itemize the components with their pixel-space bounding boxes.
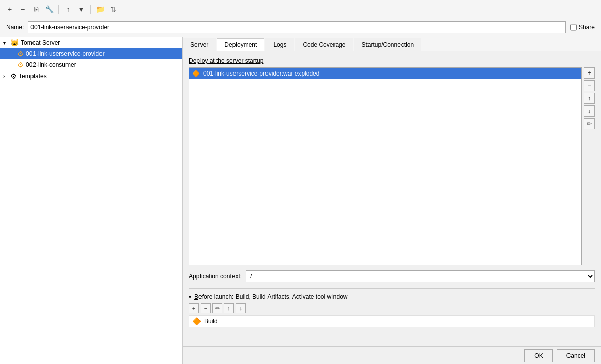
- bl-edit-btn[interactable]: ✏: [212, 303, 222, 313]
- deploy-remove-btn[interactable]: −: [584, 80, 595, 91]
- toolbar-sep-1: [58, 5, 59, 14]
- deploy-label-underline: D: [189, 57, 193, 64]
- deploy-actions: + − ↑ ↓ ✏: [584, 67, 595, 265]
- share-label: Share: [579, 24, 595, 31]
- app-context-row: Application context: /: [189, 270, 595, 282]
- bl-up-btn[interactable]: ↑: [224, 303, 234, 313]
- bl-remove-btn[interactable]: −: [201, 303, 211, 313]
- toolbar-sort-btn[interactable]: ⇅: [108, 4, 119, 15]
- tree-item-tomcat[interactable]: ▾ 🐱 Tomcat Server: [0, 37, 182, 48]
- app-context-label: Application context:: [189, 273, 242, 280]
- cancel-button[interactable]: Cancel: [557, 349, 595, 362]
- bl-build-icon: 🔶: [192, 317, 201, 325]
- deploy-add-btn[interactable]: +: [584, 67, 595, 79]
- toolbar-remove-btn[interactable]: −: [17, 4, 28, 15]
- deploy-container: 🔶 001-link-userservice-provider:war expl…: [189, 67, 595, 265]
- bottom-bar: OK Cancel: [183, 346, 601, 364]
- left-panel: ▾ 🐱 Tomcat Server ⚙ 001-link-userservice…: [0, 37, 183, 364]
- deploy-list-item[interactable]: 🔶 001-link-userservice-provider:war expl…: [189, 68, 581, 79]
- deploy-item-label: 001-link-userservice-provider:war explod…: [203, 70, 319, 77]
- tomcat-arrow-icon: ▾: [3, 40, 8, 46]
- before-launch-arrow-icon: ▾: [189, 294, 191, 300]
- toolbar-sep-2: [90, 5, 91, 14]
- templates-label: Templates: [19, 72, 47, 80]
- bl-add-btn[interactable]: +: [189, 303, 199, 313]
- share-checkbox[interactable]: [570, 21, 577, 33]
- toolbar-folder-btn[interactable]: 📁: [94, 4, 106, 15]
- deploy-section-label: Deploy at the server startup: [189, 57, 595, 64]
- main-toolbar: + − ⎘ 🔧 ↑ ▼ 📁 ⇅: [0, 0, 601, 18]
- consumer-icon: ⚙: [17, 61, 24, 69]
- tree-item-provider[interactable]: ⚙ 001-link-userservice-provider: [0, 48, 182, 59]
- tomcat-icon: 🐱: [10, 39, 19, 47]
- consumer-label: 002-link-consumer: [26, 61, 76, 68]
- right-panel: Server Deployment Logs Code Coverage Sta…: [183, 37, 601, 364]
- deploy-item-icon: 🔶: [192, 70, 200, 77]
- name-bar: Name: Share: [0, 18, 601, 37]
- provider-icon: ⚙: [17, 50, 24, 58]
- before-launch-title: Before launch: Build, Build Artifacts, A…: [194, 293, 348, 300]
- before-launch-section: ▾ Before launch: Build, Build Artifacts,…: [189, 288, 595, 327]
- tree-item-consumer[interactable]: ⚙ 002-link-consumer: [0, 59, 182, 70]
- deploy-up-btn[interactable]: ↑: [584, 93, 595, 104]
- tomcat-label: Tomcat Server: [21, 39, 60, 46]
- bl-build-label: Build: [204, 318, 218, 325]
- toolbar-copy-btn[interactable]: ⎘: [30, 4, 42, 15]
- toolbar-settings-btn[interactable]: 🔧: [44, 4, 55, 15]
- tabs-bar: Server Deployment Logs Code Coverage Sta…: [183, 37, 601, 51]
- tree-item-templates[interactable]: › ⚙ Templates: [0, 70, 182, 82]
- tab-code-coverage[interactable]: Code Coverage: [295, 38, 353, 51]
- tab-logs[interactable]: Logs: [265, 38, 294, 51]
- tab-startup-connection[interactable]: Startup/Connection: [354, 38, 421, 51]
- tab-deployment[interactable]: Deployment: [217, 38, 264, 51]
- toolbar-add-btn[interactable]: +: [4, 4, 15, 15]
- deploy-edit-btn[interactable]: ✏: [584, 118, 595, 129]
- tab-server[interactable]: Server: [183, 38, 216, 51]
- app-context-select[interactable]: /: [246, 270, 595, 282]
- templates-icon: ⚙: [10, 72, 17, 80]
- templates-arrow-icon: ›: [3, 74, 8, 79]
- deploy-list: 🔶 001-link-userservice-provider:war expl…: [189, 67, 582, 265]
- before-launch-toolbar: + − ✏ ↑ ↓: [189, 303, 595, 313]
- main-layout: ▾ 🐱 Tomcat Server ⚙ 001-link-userservice…: [0, 37, 601, 364]
- share-checkbox-container: Share: [570, 21, 595, 33]
- deploy-down-btn[interactable]: ↓: [584, 105, 595, 117]
- name-label: Name:: [6, 24, 24, 31]
- tab-content-deployment: Deploy at the server startup 🔶 001-link-…: [183, 51, 601, 346]
- toolbar-up-btn[interactable]: ↑: [62, 4, 74, 15]
- ok-button[interactable]: OK: [524, 349, 552, 362]
- bl-down-btn[interactable]: ↓: [236, 303, 246, 313]
- provider-label: 001-link-userservice-provider: [26, 50, 105, 57]
- toolbar-down-btn[interactable]: ▼: [76, 4, 87, 15]
- before-launch-header: ▾ Before launch: Build, Build Artifacts,…: [189, 293, 595, 300]
- bl-item-build[interactable]: 🔶 Build: [189, 315, 595, 327]
- name-input[interactable]: [28, 21, 566, 33]
